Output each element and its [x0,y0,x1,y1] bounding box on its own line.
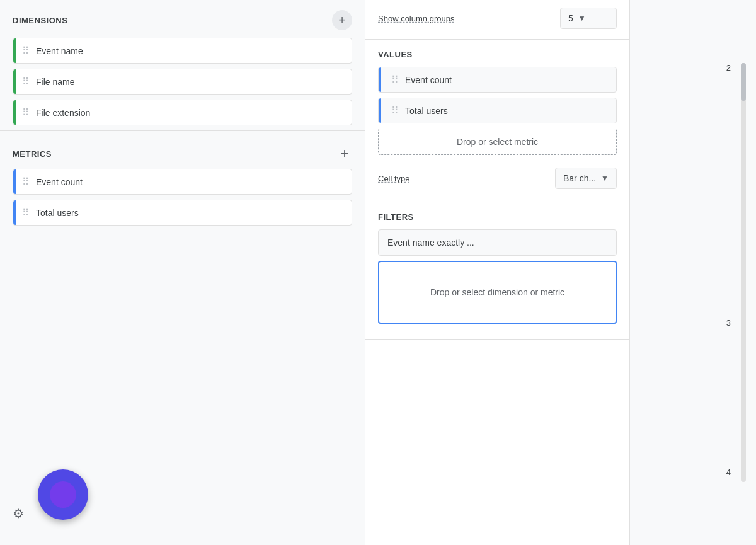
cell-type-value: Bar ch... [563,173,596,183]
blue-bar [13,200,16,225]
green-bar [13,38,16,63]
metrics-header: METRICS + [0,136,365,169]
dimension-item-file-extension[interactable]: ⠿ File extension [13,100,352,125]
filter-label: Event name exactly ... [387,238,474,248]
gear-icon[interactable]: ⚙ [13,506,24,521]
divider [0,130,365,131]
dimensions-list: ⠿ Event name ⠿ File name ⠿ File extensio… [0,38,365,125]
value-item-total-users[interactable]: ⠿ Total users [378,98,617,123]
drag-icon: ⠿ [22,45,30,57]
metric-label: Total users [36,208,343,218]
drag-icon: ⠿ [391,105,399,117]
metrics-list: ⠿ Event count ⠿ Total users [0,169,365,226]
col-groups-value: 5 [568,13,573,23]
add-dimension-button[interactable]: + [332,10,352,30]
drag-icon: ⠿ [22,106,30,118]
filters-title: FILTERS [378,212,617,222]
drag-icon: ⠿ [391,74,399,86]
row-number-2: 2 [726,63,731,72]
scrollbar-thumb[interactable] [741,63,746,101]
blue-bar [379,67,381,92]
dimension-item-event-name[interactable]: ⠿ Event name [13,38,352,64]
drag-icon: ⠿ [22,76,30,88]
row-number-3: 3 [726,318,731,328]
col-groups-label: Show column groups [378,14,454,23]
cell-type-row: Cell type Bar ch... ▼ [378,160,617,192]
add-metric-button[interactable]: + [337,146,352,161]
blue-bar [379,98,381,123]
dimensions-header: DIMENSIONS + [0,0,365,38]
dimensions-title: DIMENSIONS [13,16,67,25]
fab-inner [50,481,76,508]
row-number-4: 4 [726,468,731,477]
dimension-label: File name [36,77,343,87]
left-panel: DIMENSIONS + ⠿ Event name ⠿ File name ⠿ … [0,0,365,545]
metrics-title: METRICS [13,149,52,159]
dimension-label: File extension [36,108,343,118]
cell-type-dropdown[interactable]: Bar ch... ▼ [555,168,617,189]
value-label: Event count [405,75,607,85]
scrollbar-track [741,63,746,482]
cell-type-label: Cell type [378,174,410,183]
green-bar [13,100,16,125]
metric-item-event-count[interactable]: ⠿ Event count [13,169,352,195]
green-bar [13,69,16,94]
metric-item-total-users[interactable]: ⠿ Total users [13,200,352,226]
blue-bar [13,169,16,194]
chevron-down-icon: ▼ [578,14,586,23]
values-section: VALUES ⠿ Event count ⠿ Total users Drop … [365,40,629,202]
right-panel: Show column groups 5 ▼ VALUES ⠿ Event co… [365,0,630,545]
col-groups-row: Show column groups 5 ▼ [365,0,629,39]
values-title: VALUES [378,50,617,59]
col-groups-dropdown[interactable]: 5 ▼ [560,8,617,29]
value-label: Total users [405,106,607,116]
filter-item-event-name[interactable]: Event name exactly ... [378,229,617,256]
dimension-item-file-name[interactable]: ⠿ File name [13,69,352,95]
drop-metric-zone[interactable]: Drop or select metric [378,129,617,155]
drop-metric-label: Drop or select metric [457,137,538,147]
filters-section: FILTERS Event name exactly ... Drop or s… [365,202,629,340]
drop-dimension-label: Drop or select dimension or metric [430,287,564,297]
metric-label: Event count [36,177,343,187]
dimension-label: Event name [36,46,343,56]
drop-dimension-zone[interactable]: Drop or select dimension or metric [378,261,617,324]
fab-button[interactable] [38,469,88,520]
chevron-down-icon: ▼ [601,174,609,183]
numbers-panel: 2 3 4 [630,0,756,545]
drag-icon: ⠿ [22,207,30,219]
value-item-event-count[interactable]: ⠿ Event count [378,67,617,93]
drag-icon: ⠿ [22,176,30,188]
